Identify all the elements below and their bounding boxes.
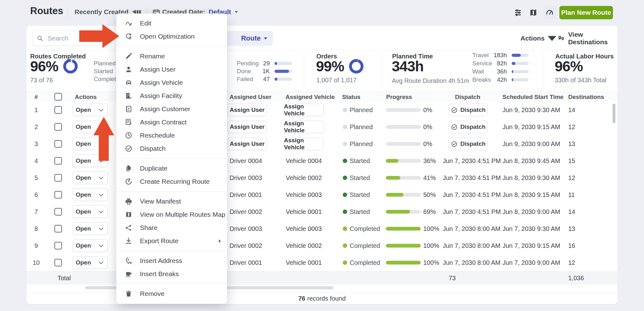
menu-item-view-manifest[interactable]: View Manifest: [116, 195, 227, 208]
open-route-button[interactable]: Open: [72, 205, 108, 218]
dispatch-button[interactable]: Dispatch: [449, 104, 488, 116]
open-route-button[interactable]: Open: [72, 104, 108, 116]
menu-item-dispatch[interactable]: Dispatch: [116, 142, 227, 155]
open-route-button[interactable]: Open: [72, 222, 108, 235]
menu-item-duplicate[interactable]: Duplicate: [116, 162, 227, 175]
menu-item-open-optimization[interactable]: Open Optimization: [116, 30, 227, 43]
assign-user-button[interactable]: Assign User: [228, 121, 267, 133]
status-dot: [343, 260, 347, 265]
row-actions-chevron[interactable]: [94, 189, 108, 201]
menu-item-assign-facility[interactable]: Assign Facility: [116, 89, 227, 102]
actual-labor-sub: 330h of 343h Total: [555, 77, 606, 84]
table-header: # Actions Assigned User Assigned Vehicle…: [26, 92, 618, 102]
row-checkbox[interactable]: [54, 191, 62, 199]
legend-bar-fill: [275, 78, 277, 81]
vertical-scrollbar[interactable]: [613, 104, 615, 123]
table-row: 5OpenDriver 0003Vehicle 0002Started41%Ju…: [26, 169, 618, 187]
open-route-button[interactable]: Open: [72, 256, 108, 269]
row-checkbox[interactable]: [54, 225, 62, 232]
destinations-count: 11: [568, 186, 575, 203]
row-checkbox[interactable]: [54, 259, 62, 266]
row-checkbox[interactable]: [54, 140, 62, 148]
menu-item-label: View Manifest: [140, 198, 181, 205]
col-header-actions: Actions: [75, 92, 97, 102]
open-route-button[interactable]: Open: [72, 239, 108, 252]
row-actions-chevron[interactable]: [94, 206, 108, 218]
menu-item-label: Insert Breaks: [140, 270, 179, 278]
dispatch-button[interactable]: Dispatch: [449, 138, 488, 150]
menu-item-insert-breaks[interactable]: Insert Breaks: [116, 267, 227, 281]
total-label: Total: [45, 271, 83, 285]
menu-item-label: Rename: [140, 52, 165, 60]
row-checkbox[interactable]: [54, 123, 62, 131]
menu-item-export-route[interactable]: Export Route: [116, 234, 227, 248]
assign-user-button[interactable]: Assign User: [228, 138, 267, 150]
view-destinations-button[interactable]: View Destinations: [558, 31, 618, 46]
row-checkbox[interactable]: [54, 174, 62, 182]
row-checkbox[interactable]: [54, 106, 62, 114]
menu-item-assign-user[interactable]: Assign User: [116, 63, 227, 76]
menu-item-label: Assign Contract: [140, 118, 186, 126]
actions-dropdown[interactable]: Actions: [520, 31, 556, 46]
open-route-label: Open: [73, 104, 94, 116]
row-actions-chevron[interactable]: [94, 257, 108, 269]
menu-item-reschedule[interactable]: Reschedule: [116, 129, 227, 142]
progress-bar: [386, 142, 421, 146]
row-checkbox[interactable]: [54, 208, 62, 216]
dashboard-toggle-button[interactable]: [543, 6, 556, 19]
scheduled-start-time: Jun 8, 2030 9:00 AM: [502, 203, 560, 220]
menu-item-view-on-multiple-routes-map[interactable]: View on Multiple Routes Map: [116, 208, 227, 221]
menu-item-rename[interactable]: Rename: [116, 50, 227, 63]
legend-bar: [512, 78, 529, 81]
plan-new-route-button[interactable]: Plan New Route: [559, 6, 613, 19]
map-icon[interactable]: [529, 8, 538, 17]
coffee-icon: [125, 270, 132, 278]
dispatch-button[interactable]: Dispatch: [449, 121, 488, 133]
check-circle-icon: [451, 124, 458, 130]
menu-item-share[interactable]: Share: [116, 221, 227, 234]
assigned-vehicle: Vehicle 0002: [284, 169, 324, 186]
assign-vehicle-button[interactable]: Assign Vehicle: [284, 138, 324, 150]
progress-bar-fill: [386, 261, 421, 265]
progress-bar-fill: [386, 227, 421, 231]
filter-sliders-icon[interactable]: [514, 8, 522, 17]
menu-item-assign-vehicle[interactable]: Assign Vehicle: [116, 76, 227, 89]
dispatched-time: Jun 7, 2030 8:00 AM: [443, 254, 500, 271]
assign-user-label: Assign User: [230, 123, 265, 130]
status-dot: [343, 125, 347, 129]
open-route-label: Open: [73, 240, 94, 252]
table-row: 3OpenAssign UserAssign VehiclePlanned0%D…: [26, 135, 618, 153]
dispatch-label: Dispatch: [460, 140, 486, 147]
routes-completed-donut: [63, 59, 78, 74]
pencil-icon: [125, 52, 132, 60]
row-actions-chevron[interactable]: [94, 172, 108, 184]
open-route-label: Open: [73, 189, 94, 201]
status-label: Completed: [350, 237, 380, 254]
assign-vehicle-button[interactable]: Assign Vehicle: [284, 121, 324, 133]
assign-vehicle-button[interactable]: Assign Vehicle: [284, 104, 324, 116]
progress-bar-fill: [386, 244, 421, 248]
menu-item-assign-contract[interactable]: Assign Contract: [116, 116, 227, 129]
row-actions-chevron[interactable]: [94, 223, 108, 235]
menu-item-assign-customer[interactable]: Assign Customer: [116, 102, 227, 116]
row-checkbox[interactable]: [54, 157, 62, 165]
legend-bar-fill: [275, 62, 277, 65]
row-actions-chevron[interactable]: [94, 240, 108, 252]
actual-labor-value: 96%: [555, 58, 583, 75]
menu-item-remove[interactable]: Remove: [116, 287, 227, 300]
menu-item-edit[interactable]: Edit: [116, 17, 227, 30]
orders-sub: 1,007 of 1,017: [316, 77, 357, 84]
table-total-row: Total 73 1,036: [26, 271, 618, 285]
open-route-button[interactable]: Open: [72, 172, 108, 184]
menu-item-insert-address[interactable]: Insert Address: [116, 254, 227, 267]
table-row: 4OpenDriver 0004Vehicle 0004Started36%Ju…: [26, 152, 618, 170]
route-filter-label: Route: [241, 34, 261, 42]
assign-user-button[interactable]: Assign User: [228, 104, 267, 116]
select-all-checkbox[interactable]: [54, 93, 62, 101]
row-actions-chevron[interactable]: [94, 104, 108, 116]
row-checkbox[interactable]: [54, 242, 62, 249]
table-row: 2OpenAssign UserAssign VehiclePlanned0%D…: [26, 118, 618, 136]
progress-percent: 100%: [423, 237, 439, 254]
open-route-button[interactable]: Open: [72, 188, 108, 201]
menu-item-create-recurring-route[interactable]: Create Recurring Route: [116, 175, 227, 188]
